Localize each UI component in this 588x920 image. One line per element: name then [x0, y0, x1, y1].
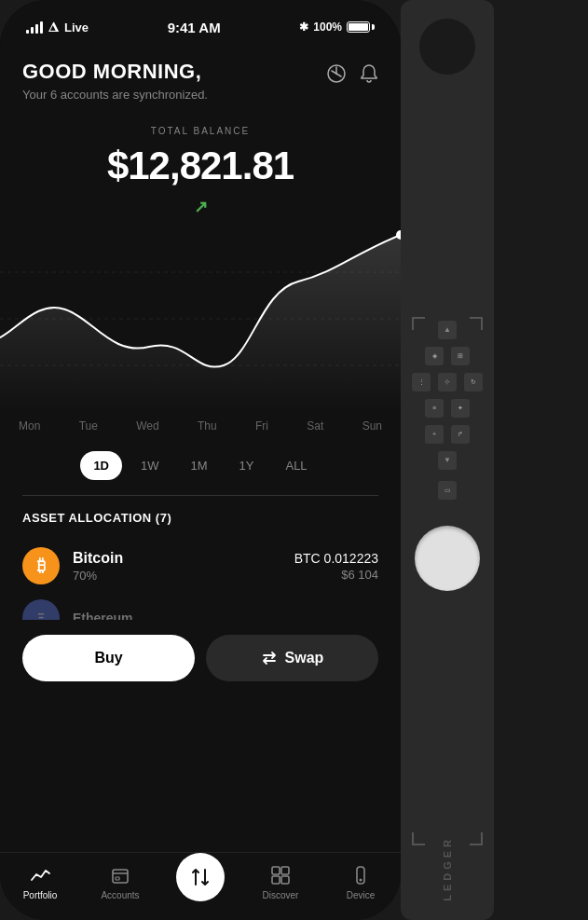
- greeting-block: GOOD MORNING, Your 6 accounts are synchr…: [22, 60, 208, 102]
- main-content: GOOD MORNING, Your 6 accounts are synchr…: [0, 41, 401, 852]
- balance-label: TOTAL BALANCE: [22, 126, 378, 136]
- asset-item-eth-partial: Ξ Ethereum: [22, 592, 378, 620]
- ledger-icon-1: ◈: [425, 347, 444, 365]
- time-filter-1y[interactable]: 1Y: [226, 451, 267, 480]
- day-fri: Fri: [255, 419, 268, 433]
- nav-device[interactable]: Device: [321, 864, 401, 900]
- day-sun: Sun: [362, 419, 382, 433]
- time-filter-1w[interactable]: 1W: [128, 451, 172, 480]
- balance-section: TOTAL BALANCE $12,821.81 ↗: [0, 111, 401, 226]
- asset-left-bitcoin: ₿ Bitcoin 70%: [22, 547, 123, 584]
- balance-chart: [0, 226, 401, 412]
- battery-icon: [347, 21, 375, 33]
- action-buttons: Buy Swap: [0, 620, 401, 696]
- chart-day-labels: Mon Tue Wed Thu Fri Sat Sun: [0, 412, 401, 440]
- bitcoin-name: Bitcoin: [73, 550, 123, 567]
- status-left: 𝚫 Live: [26, 20, 89, 35]
- svg-point-12: [360, 878, 362, 881]
- ledger-device: ▲ ◈ ⊞ ⋮ ⊹ ↻ ≡ ✦ + ↱ ▼ ▭: [401, 0, 494, 920]
- bell-icon[interactable]: [360, 63, 378, 84]
- ledger-top-circle: [419, 19, 475, 75]
- day-thu: Thu: [198, 419, 217, 433]
- asset-item-bitcoin[interactable]: ₿ Bitcoin 70% BTC 0.012223 $6 104: [22, 540, 378, 592]
- ledger-controls: ▲ ◈ ⊞ ⋮ ⊹ ↻ ≡ ✦ + ↱ ▼ ▭: [401, 75, 494, 836]
- svg-rect-6: [116, 877, 119, 880]
- accounts-label: Accounts: [101, 890, 139, 900]
- phone-container: 𝚫 Live 9:41 AM ✱ 100% GOOD MORNING, Your…: [0, 0, 401, 920]
- balance-trend: ↗: [22, 196, 378, 218]
- asset-info-bitcoin: Bitcoin 70%: [73, 550, 123, 583]
- chart-icon[interactable]: [326, 63, 347, 84]
- day-tue: Tue: [79, 419, 98, 433]
- swap-icon: [261, 650, 278, 666]
- nav-accounts[interactable]: Accounts: [80, 864, 160, 900]
- status-right: ✱ 100%: [299, 21, 375, 34]
- ledger-icon-4: ⊹: [438, 373, 457, 391]
- day-wed: Wed: [136, 419, 158, 433]
- bitcoin-value: $6 104: [294, 568, 378, 582]
- nav-discover[interactable]: Discover: [240, 864, 321, 900]
- ledger-icon-10: ▭: [438, 481, 457, 500]
- balance-amount: $12,821.81: [22, 144, 378, 188]
- discover-label: Discover: [263, 890, 299, 900]
- discover-icon: [269, 864, 292, 886]
- ledger-up-btn[interactable]: ▲: [438, 321, 457, 339]
- carrier-label: Live: [64, 21, 89, 34]
- day-mon: Mon: [19, 419, 40, 433]
- ledger-main-button[interactable]: [415, 526, 480, 591]
- subtitle-text: Your 6 accounts are synchronized.: [22, 88, 208, 102]
- nav-portfolio[interactable]: Portfolio: [0, 864, 80, 900]
- day-sat: Sat: [307, 419, 323, 433]
- portfolio-icon: [29, 864, 51, 886]
- header-section: GOOD MORNING, Your 6 accounts are synchr…: [0, 41, 401, 111]
- buy-button[interactable]: Buy: [22, 635, 195, 681]
- transfer-button[interactable]: [176, 853, 225, 901]
- asset-allocation-section: ASSET ALLOCATION (7) ₿ Bitcoin 70% BTC 0…: [0, 511, 401, 620]
- ledger-icon-2: ⊞: [451, 347, 470, 365]
- time-filter-bar: 1D 1W 1M 1Y ALL: [0, 440, 401, 491]
- ledger-icon-8: +: [425, 425, 444, 444]
- ledger-icon-5: ↻: [464, 373, 483, 391]
- ledger-brand-text: LEDGER: [442, 836, 453, 901]
- svg-rect-8: [281, 867, 289, 874]
- wifi-icon: 𝚫: [48, 20, 59, 35]
- ledger-bracket-tr: [470, 317, 483, 330]
- greeting-text: GOOD MORNING,: [22, 60, 208, 84]
- accounts-icon: [109, 864, 131, 886]
- device-label: Device: [347, 890, 376, 900]
- bitcoin-percent: 70%: [73, 569, 123, 583]
- time-filter-all[interactable]: ALL: [272, 451, 320, 480]
- status-bar: 𝚫 Live 9:41 AM ✱ 100%: [0, 0, 401, 41]
- header-icons: [326, 63, 378, 84]
- device-icon: [349, 864, 372, 886]
- swap-button[interactable]: Swap: [206, 635, 378, 681]
- time-label: 9:41 AM: [168, 20, 221, 35]
- asset-allocation-title: ASSET ALLOCATION (7): [22, 511, 378, 525]
- section-divider: [22, 495, 378, 496]
- ledger-down-btn[interactable]: ▼: [438, 451, 457, 470]
- nav-transfer-center[interactable]: [160, 862, 240, 901]
- bluetooth-icon: ✱: [299, 21, 308, 34]
- bottom-navigation: Portfolio Accounts: [0, 852, 401, 920]
- time-filter-1d[interactable]: 1D: [80, 451, 122, 480]
- ledger-bracket-bl: [412, 832, 425, 845]
- svg-rect-10: [281, 876, 289, 884]
- ledger-bracket-tl: [412, 317, 425, 330]
- transfer-icon: [189, 866, 212, 888]
- ledger-icon-3: ⋮: [412, 373, 431, 391]
- bitcoin-amount: BTC 0.012223: [294, 551, 378, 566]
- portfolio-label: Portfolio: [23, 890, 58, 900]
- svg-rect-9: [272, 876, 280, 884]
- ledger-icon-6: ≡: [425, 399, 444, 418]
- chart-section: [0, 226, 401, 412]
- battery-percent: 100%: [313, 21, 342, 34]
- bitcoin-icon: ₿: [22, 547, 60, 584]
- svg-rect-5: [113, 870, 128, 883]
- signal-icon: [26, 21, 43, 34]
- svg-rect-7: [272, 867, 280, 874]
- asset-right-bitcoin: BTC 0.012223 $6 104: [294, 551, 378, 582]
- time-filter-1m[interactable]: 1M: [178, 451, 221, 480]
- ledger-bracket-br: [470, 832, 483, 845]
- ledger-icon-7: ✦: [451, 399, 470, 418]
- swap-label: Swap: [285, 650, 324, 666]
